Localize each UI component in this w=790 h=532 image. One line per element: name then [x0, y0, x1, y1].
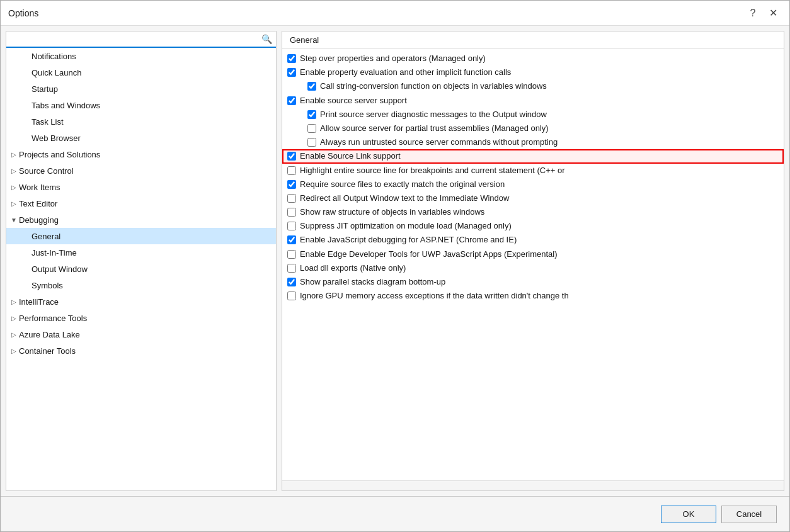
checkbox-label-enable-edge-dev-tools: Enable Edge Developer Tools for UWP Java…	[300, 249, 558, 260]
tree-item-notifications[interactable]: Notifications	[6, 48, 276, 64]
checkbox-row-require-source-files[interactable]: Require source files to exactly match th…	[282, 178, 784, 191]
tree-item-just-in-time[interactable]: Just-In-Time	[6, 244, 276, 261]
right-panel-content[interactable]: Step over properties and operators (Mana…	[282, 49, 784, 480]
tree-arrow-text-editor: ▷	[9, 200, 19, 207]
checkbox-enable-source-server[interactable]	[287, 96, 296, 105]
tree-label-source-control: Source Control	[19, 166, 276, 176]
checkbox-show-parallel-stacks[interactable]	[287, 278, 296, 286]
dialog-footer: OK Cancel	[1, 496, 789, 531]
tree-container[interactable]: NotificationsQuick LaunchStartupTabs and…	[6, 48, 276, 490]
checkbox-row-redirect-output[interactable]: Redirect all Output Window text to the I…	[282, 191, 784, 205]
tree-item-text-editor[interactable]: ▷Text Editor	[6, 195, 276, 212]
title-bar-buttons: ? ✕	[744, 4, 782, 22]
tree-label-performance-tools: Performance Tools	[19, 314, 276, 323]
checkbox-row-allow-source-server[interactable]: Allow source server for partial trust as…	[282, 122, 784, 135]
tree-item-source-control[interactable]: ▷Source Control	[6, 162, 276, 179]
checkbox-row-call-string-conversion[interactable]: Call string-conversion function on objec…	[282, 79, 784, 93]
tree-item-general[interactable]: General	[6, 228, 276, 244]
cancel-button[interactable]: Cancel	[721, 506, 777, 523]
checkbox-ignore-gpu-memory[interactable]	[287, 291, 296, 300]
checkbox-call-string-conversion[interactable]	[307, 82, 316, 91]
checkbox-suppress-jit[interactable]	[287, 222, 296, 230]
tree-label-debugging: Debugging	[19, 215, 276, 225]
ok-button[interactable]: OK	[661, 506, 716, 523]
checkbox-row-show-raw-structure[interactable]: Show raw structure of objects in variabl…	[282, 205, 784, 219]
checkbox-allow-source-server[interactable]	[307, 124, 316, 133]
tree-label-symbols: Symbols	[31, 281, 276, 290]
right-panel-header: General	[282, 31, 784, 49]
tree-arrow-container-tools: ▷	[9, 348, 19, 354]
checkbox-enable-property-eval[interactable]	[287, 68, 296, 77]
tree-label-startup: Startup	[31, 84, 276, 94]
tree-arrow-azure-data-lake: ▷	[9, 331, 19, 338]
checkbox-row-highlight-source-line[interactable]: Highlight entire source line for breakpo…	[282, 164, 784, 178]
checkbox-label-enable-source-link: Enable Source Link support	[300, 150, 401, 162]
checkbox-row-print-source-server[interactable]: Print source server diagnostic messages …	[282, 108, 784, 122]
checkbox-show-raw-structure[interactable]	[287, 208, 296, 217]
tree-label-just-in-time: Just-In-Time	[31, 248, 276, 258]
tree-item-web-browser[interactable]: Web Browser	[6, 130, 276, 146]
checkbox-row-show-parallel-stacks[interactable]: Show parallel stacks diagram bottom-up	[282, 275, 784, 289]
checkbox-load-dll-exports[interactable]	[287, 264, 296, 273]
checkbox-highlight-source-line[interactable]	[287, 166, 296, 175]
options-dialog: Options ? ✕ 🔍 NotificationsQuick LaunchS…	[0, 0, 790, 532]
tree-item-output-window[interactable]: Output Window	[6, 261, 276, 277]
checkbox-row-suppress-jit[interactable]: Suppress JIT optimization on module load…	[282, 219, 784, 233]
tree-item-performance-tools[interactable]: ▷Performance Tools	[6, 310, 276, 326]
checkbox-label-show-parallel-stacks: Show parallel stacks diagram bottom-up	[300, 276, 445, 288]
tree-item-azure-data-lake[interactable]: ▷Azure Data Lake	[6, 326, 276, 342]
tree-item-quick-launch[interactable]: Quick Launch	[6, 64, 276, 81]
checkbox-print-source-server[interactable]	[307, 110, 316, 119]
tree-arrow-debugging: ▼	[9, 217, 19, 224]
checkbox-row-step-over[interactable]: Step over properties and operators (Mana…	[282, 52, 784, 65]
tree-label-general: General	[31, 232, 276, 241]
tree-arrow-intellitrace: ▷	[9, 298, 19, 305]
search-box: 🔍	[6, 31, 276, 48]
checkbox-row-load-dll-exports[interactable]: Load dll exports (Native only)	[282, 261, 784, 275]
checkbox-label-always-run-untrusted: Always run untrusted source server comma…	[320, 137, 558, 148]
left-panel: 🔍 NotificationsQuick LaunchStartupTabs a…	[6, 31, 277, 491]
checkbox-require-source-files[interactable]	[287, 180, 296, 189]
checkbox-label-suppress-jit: Suppress JIT optimization on module load…	[300, 220, 512, 232]
checkbox-label-load-dll-exports: Load dll exports (Native only)	[300, 263, 406, 274]
tree-label-quick-launch: Quick Launch	[31, 68, 276, 77]
checkbox-enable-edge-dev-tools[interactable]	[287, 250, 296, 259]
hscroll-inner[interactable]	[282, 483, 784, 489]
tree-label-azure-data-lake: Azure Data Lake	[19, 330, 276, 339]
tree-item-intellitrace[interactable]: ▷IntelliTrace	[6, 293, 276, 310]
checkbox-always-run-untrusted[interactable]	[307, 138, 316, 147]
checkbox-row-enable-source-server[interactable]: Enable source server support	[282, 94, 784, 108]
tree-item-tabs-windows[interactable]: Tabs and Windows	[6, 97, 276, 113]
tree-item-debugging[interactable]: ▼Debugging	[6, 212, 276, 228]
checkbox-label-highlight-source-line: Highlight entire source line for breakpo…	[300, 165, 565, 176]
tree-item-task-list[interactable]: Task List	[6, 113, 276, 130]
tree-item-work-items[interactable]: ▷Work Items	[6, 179, 276, 195]
search-input[interactable]	[10, 35, 261, 44]
dialog-body: 🔍 NotificationsQuick LaunchStartupTabs a…	[1, 26, 789, 496]
checkbox-label-enable-js-debugging: Enable JavaScript debugging for ASP.NET …	[300, 234, 517, 246]
tree-item-symbols[interactable]: Symbols	[6, 277, 276, 293]
tree-label-tabs-windows: Tabs and Windows	[31, 101, 276, 110]
checkbox-label-allow-source-server: Allow source server for partial trust as…	[320, 123, 549, 134]
checkbox-row-ignore-gpu-memory[interactable]: Ignore GPU memory access exceptions if t…	[282, 289, 784, 303]
checkbox-row-enable-source-link[interactable]: Enable Source Link support	[282, 149, 784, 163]
checkbox-row-enable-js-debugging[interactable]: Enable JavaScript debugging for ASP.NET …	[282, 233, 784, 247]
tree-label-text-editor: Text Editor	[19, 199, 276, 208]
checkbox-label-ignore-gpu-memory: Ignore GPU memory access exceptions if t…	[300, 290, 569, 302]
checkbox-enable-js-debugging[interactable]	[287, 235, 296, 244]
checkbox-label-redirect-output: Redirect all Output Window text to the I…	[300, 193, 509, 204]
close-button[interactable]: ✕	[764, 4, 782, 22]
title-bar: Options ? ✕	[1, 1, 789, 26]
help-button[interactable]: ?	[744, 4, 762, 22]
tree-label-task-list: Task List	[31, 117, 276, 127]
checkbox-redirect-output[interactable]	[287, 194, 296, 203]
checkbox-row-always-run-untrusted[interactable]: Always run untrusted source server comma…	[282, 135, 784, 149]
checkbox-row-enable-property-eval[interactable]: Enable property evaluation and other imp…	[282, 65, 784, 79]
checkbox-row-enable-edge-dev-tools[interactable]: Enable Edge Developer Tools for UWP Java…	[282, 247, 784, 261]
checkbox-enable-source-link[interactable]	[287, 152, 296, 161]
tree-item-startup[interactable]: Startup	[6, 81, 276, 97]
horizontal-scrollbar[interactable]	[282, 480, 784, 490]
tree-item-projects-solutions[interactable]: ▷Projects and Solutions	[6, 146, 276, 162]
checkbox-step-over[interactable]	[287, 54, 296, 63]
tree-item-container-tools[interactable]: ▷Container Tools	[6, 342, 276, 359]
